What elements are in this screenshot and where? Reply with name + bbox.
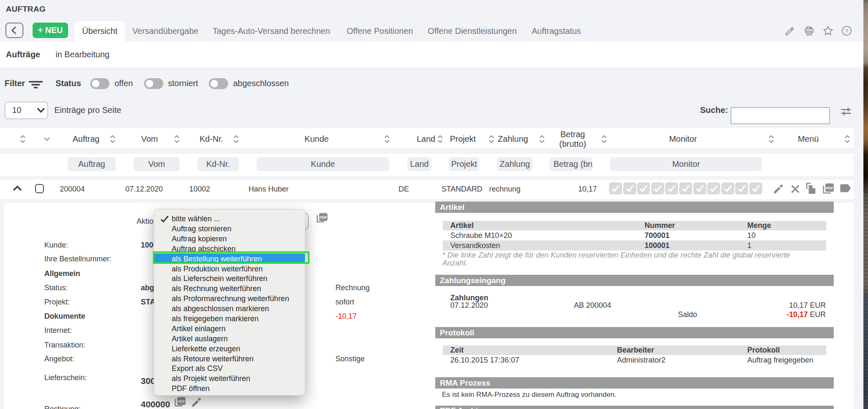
svg-text:PDF: PDF [178, 399, 185, 404]
svg-text:PDF: PDF [320, 215, 327, 220]
svg-text:PDF: PDF [826, 186, 834, 190]
svg-text:?: ? [845, 28, 848, 34]
